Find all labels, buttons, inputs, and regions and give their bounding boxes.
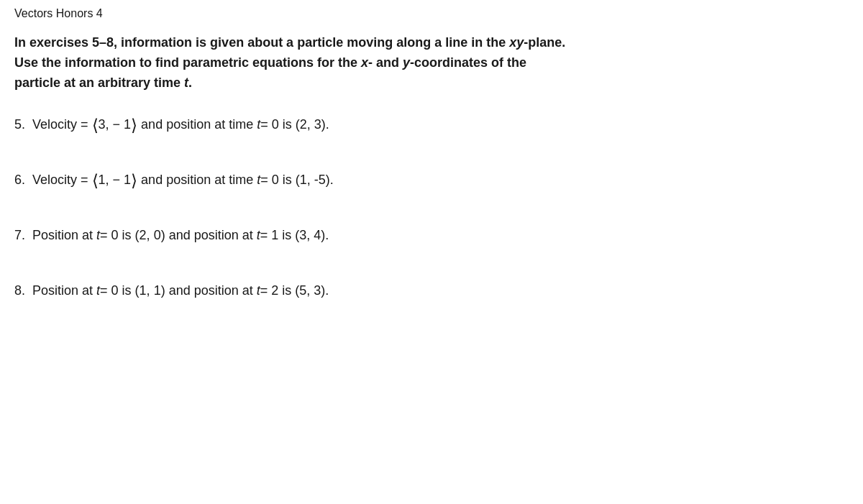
y-var: y <box>403 55 410 70</box>
t-var-instructions: t <box>184 75 188 90</box>
problem-7-number: 7. Position at t= 0 is (2, 0) and positi… <box>14 228 329 242</box>
instructions-text: In exercises 5–8, information is given a… <box>14 35 565 90</box>
problem-8: 8. Position at t= 0 is (1, 1) and positi… <box>14 281 849 301</box>
problem-8-number: 8. Position at t= 0 is (1, 1) and positi… <box>14 283 329 298</box>
instructions-block: In exercises 5–8, information is given a… <box>14 33 805 93</box>
problem-7: 7. Position at t= 0 is (2, 0) and positi… <box>14 226 849 245</box>
problem-5-number: 5. Velocity = ⟨3, − 1⟩ and position at t… <box>14 117 329 132</box>
x-var: x <box>361 55 368 70</box>
problem-6-number: 6. Velocity = ⟨1, − 1⟩ and position at t… <box>14 173 334 187</box>
page-title: Vectors Honors 4 <box>14 7 849 20</box>
problem-5: 5. Velocity = ⟨3, − 1⟩ and position at t… <box>14 115 849 134</box>
problem-6: 6. Velocity = ⟨1, − 1⟩ and position at t… <box>14 170 849 190</box>
xy-var: xy <box>509 35 524 50</box>
